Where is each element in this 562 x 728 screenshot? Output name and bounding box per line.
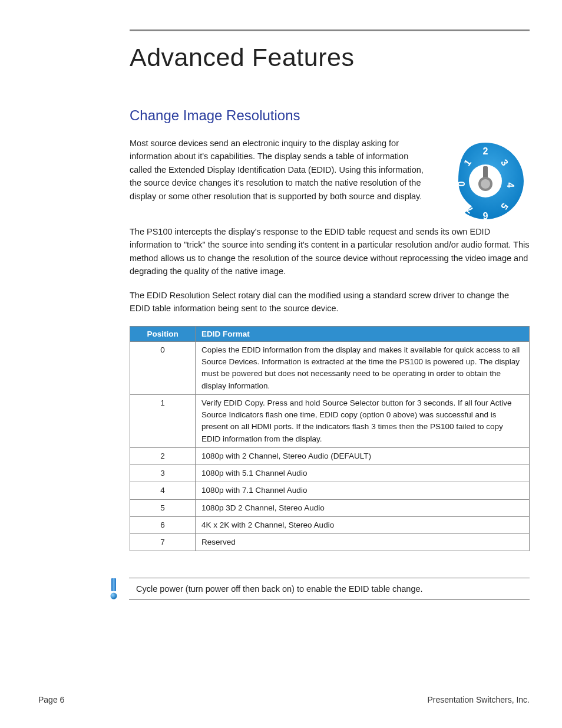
- table-row: 64K x 2K with 2 Channel, Stereo Audio: [130, 516, 530, 533]
- paragraph-1: Most source devices send an electronic i…: [130, 137, 429, 203]
- table-row: 0Copies the EDID information from the di…: [130, 341, 530, 394]
- rotary-dial-icon: 0 1 2 3 4 5 6 7: [441, 137, 530, 225]
- paragraph-2: The PS100 intercepts the display's respo…: [130, 225, 530, 278]
- svg-point-5: [111, 593, 117, 599]
- page-footer: Page 6 Presentation Switchers, Inc.: [38, 695, 530, 704]
- top-rule: [130, 29, 530, 31]
- table-row: 51080p 3D 2 Channel, Stereo Audio: [130, 499, 530, 516]
- table-header-position: Position: [130, 326, 196, 341]
- dial-label-6: 6: [482, 210, 488, 220]
- note-row: Cycle power (turn power off then back on…: [109, 578, 530, 600]
- section-heading: Change Image Resolutions: [130, 107, 530, 124]
- svg-point-3: [481, 179, 490, 189]
- footer-left: Page 6: [38, 695, 64, 704]
- dial-label-0: 0: [457, 181, 467, 186]
- paragraph-3: The EDID Resolution Select rotary dial c…: [130, 289, 530, 315]
- footer-right: Presentation Switchers, Inc.: [427, 695, 530, 704]
- svg-rect-4: [111, 578, 116, 591]
- table-header-format: EDID Format: [196, 326, 530, 341]
- document-page: Advanced Features Change Image Resolutio…: [0, 0, 562, 728]
- content-block: Most source devices send an electronic i…: [130, 137, 530, 551]
- dial-label-2: 2: [483, 146, 488, 156]
- intro-text: Most source devices send an electronic i…: [130, 137, 429, 213]
- table-row: 1Verify EDID Copy. Press and hold Source…: [130, 394, 530, 447]
- table-row: 21080p with 2 Channel, Stereo Audio (DEF…: [130, 447, 530, 465]
- dial-label-4: 4: [505, 183, 515, 188]
- page-title: Advanced Features: [130, 43, 530, 72]
- important-icon: [109, 578, 118, 599]
- edid-table: Position EDID Format 0Copies the EDID in…: [130, 326, 530, 552]
- intro-row: Most source devices send an electronic i…: [130, 137, 530, 225]
- table-row: 7Reserved: [130, 534, 530, 551]
- table-row: 31080p with 5.1 Channel Audio: [130, 465, 530, 482]
- table-row: 41080p with 7.1 Channel Audio: [130, 482, 530, 499]
- note-text: Cycle power (turn power off then back on…: [129, 578, 530, 600]
